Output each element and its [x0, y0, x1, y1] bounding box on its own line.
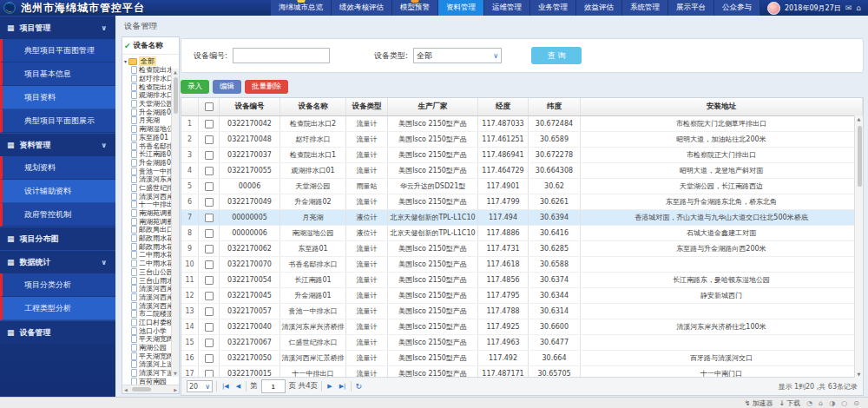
row-checkbox[interactable]: [205, 292, 214, 300]
tree-node[interactable]: 升金湖路02: [124, 108, 171, 116]
tree-node[interactable]: 二中雨水花园: [124, 260, 171, 268]
tree-vertical-scrollbar[interactable]: ▲ ▼: [171, 69, 179, 377]
scroll-up-icon[interactable]: ▲: [858, 115, 861, 122]
tree-node[interactable]: 邮政雨水花园: [124, 242, 171, 251]
user-avatar[interactable]: [767, 2, 780, 15]
tree-node[interactable]: 清溪河西岸W: [124, 293, 171, 302]
query-button[interactable]: 查 询: [531, 47, 582, 64]
column-header[interactable]: 纬度: [529, 98, 581, 115]
tree-node[interactable]: 长江南路01: [124, 150, 171, 159]
download-button[interactable]: ↓ 下载: [779, 398, 801, 408]
sidebar-item[interactable]: ▦ 项目管理 ∨: [0, 16, 115, 39]
last-page-button[interactable]: ▶|: [338, 383, 348, 390]
row-checkbox[interactable]: [205, 276, 214, 285]
home-icon[interactable]: ⌂: [856, 3, 861, 12]
column-header[interactable]: 设备名称: [280, 98, 346, 115]
table-scroll-thumb[interactable]: [858, 126, 862, 187]
tree-node[interactable]: 贵池一中排水: [124, 167, 171, 175]
row-checkbox[interactable]: [205, 323, 214, 332]
tree-node[interactable]: 邮政雨水花园: [124, 234, 171, 243]
tree-node[interactable]: 平天湖宽阔区: [124, 335, 171, 344]
device-type-select[interactable]: 全部 ∨: [413, 48, 502, 63]
batch-delete-button[interactable]: 批量删除: [245, 80, 288, 94]
select-all-checkbox[interactable]: [205, 102, 214, 111]
column-header[interactable]: 生产厂家: [388, 98, 478, 115]
top-nav-item[interactable]: 模型预警: [392, 0, 438, 16]
sidebar-item[interactable]: ▦ 工程类型分析 ∨: [0, 297, 115, 320]
statusbar-icon[interactable]: ◔: [806, 399, 812, 407]
scroll-down-icon[interactable]: ▼: [858, 371, 861, 378]
column-header[interactable]: 设备编号: [220, 98, 280, 115]
scroll-right-icon[interactable]: ▶: [174, 386, 177, 393]
table-row[interactable]: 13 0322170057 贵池一中排水口 流量计 美国Isco 2150型产品…: [181, 304, 863, 319]
tree-root-node[interactable]: ▾ 全部: [124, 56, 171, 66]
row-checkbox[interactable]: [205, 354, 214, 363]
scroll-down-icon[interactable]: ▼: [174, 370, 177, 377]
table-row[interactable]: 12 0322170045 升金湖路01 流量计 美国Isco 2150型产品 …: [181, 288, 863, 304]
row-checkbox[interactable]: [205, 182, 214, 191]
tree-node[interactable]: 仁盛世纪排水: [124, 184, 171, 193]
tree-horizontal-scrollbar[interactable]: ◀ ▶: [122, 385, 179, 393]
tree-node[interactable]: 百荷南园: [124, 377, 171, 385]
tree-node[interactable]: 南湖公园: [124, 344, 171, 352]
top-nav-item[interactable]: 公众参与: [714, 0, 760, 16]
prev-page-button[interactable]: ◀: [234, 383, 242, 390]
tree-node[interactable]: 十一中排出口: [124, 201, 171, 209]
tree-node[interactable]: 二中雨水花园: [124, 251, 171, 260]
tree-node[interactable]: 市二院楼顶: [124, 310, 171, 319]
top-nav-item[interactable]: 系统管理: [622, 0, 668, 16]
statusbar-icon[interactable]: ◑: [829, 399, 835, 407]
tree-node[interactable]: 南湖苑调蓄池: [124, 217, 171, 226]
top-nav-item[interactable]: 业务管理: [530, 0, 576, 16]
row-checkbox[interactable]: [205, 214, 214, 222]
sidebar-item[interactable]: ▦ 资料管理 ∨: [0, 133, 115, 156]
table-row[interactable]: 10 0322170070 书香名邸排水口 流量计 美国Isco 2150型产品…: [181, 257, 863, 273]
tree-node[interactable]: 书香名邸排水: [124, 141, 171, 150]
tree-twisty-icon[interactable]: ▾: [124, 58, 127, 64]
table-row[interactable]: 7 00000005 月亮湖 液位计 北京天健创新的TPL-L1C10 117.…: [181, 210, 863, 226]
table-row[interactable]: 2 0322170048 赵圩排水口 流量计 美国Isco 2150型产品 11…: [181, 132, 863, 148]
top-nav-item[interactable]: 效益评估: [576, 0, 622, 16]
next-page-button[interactable]: ▶: [326, 383, 333, 390]
row-checkbox[interactable]: [205, 151, 214, 160]
tree-node[interactable]: 三台山公园雨: [124, 268, 171, 277]
table-row[interactable]: 5 00006 天堂湖公园 雨量站 华云升达的DSD21型 117.4901 3…: [181, 179, 863, 194]
sidebar-item[interactable]: ▦ 项目分布图 ∨: [0, 227, 115, 250]
device-no-input[interactable]: [233, 48, 330, 63]
edit-button[interactable]: 编辑: [213, 80, 241, 94]
tree-node[interactable]: 天堂湖公园: [124, 100, 171, 109]
row-checkbox[interactable]: [205, 120, 214, 128]
tree-node[interactable]: 清溪河东岸兴: [124, 175, 171, 184]
sidebar-item[interactable]: ▦ 设计辅助资料 ∨: [0, 180, 115, 203]
page-size-select[interactable]: 20 ∨: [187, 380, 213, 392]
table-row[interactable]: 16 0322170050 清溪河西岸汇景桥排 流量计 美国Isco 2150型…: [181, 351, 863, 366]
tree-node[interactable]: 赵圩排水口: [124, 75, 171, 83]
tree-hscroll-thumb[interactable]: [132, 387, 151, 392]
table-row[interactable]: 4 0322170055 观湖排水口01 流量计 美国Isco 2150型产品 …: [181, 163, 863, 179]
tree-node[interactable]: 南湖湿地公园: [124, 125, 171, 134]
tree-node[interactable]: 清溪河上游: [124, 360, 171, 369]
tree-node[interactable]: 清溪河西岸汇: [124, 192, 171, 201]
sidebar-item[interactable]: ▦ 政府管控机制 ∨: [0, 203, 115, 227]
row-checkbox[interactable]: [205, 167, 214, 175]
accelerator-button[interactable]: ↯ 加速器: [745, 398, 773, 408]
tree-node[interactable]: 东至路01: [124, 134, 171, 142]
statusbar-icon[interactable]: ⊙: [853, 399, 859, 407]
sidebar-item[interactable]: ▦ 数据统计 ∨: [0, 250, 115, 273]
refresh-icon[interactable]: ↻: [355, 382, 362, 391]
table-row[interactable]: 17 0322170015 十一中排出口 流量计 美国Isco 2150型产品 …: [181, 366, 863, 377]
sidebar-item[interactable]: ▦ 设备管理 ∨: [0, 320, 115, 344]
tree-root-label[interactable]: 全部: [139, 56, 156, 66]
tree-node[interactable]: 检查院出水口: [124, 66, 171, 75]
table-row[interactable]: 6 0322170049 升金湖路02 流量计 美国Isco 2150型产品 1…: [181, 194, 863, 210]
tree-node[interactable]: 清溪河西岸W: [124, 301, 171, 310]
tree-node[interactable]: 观湖排水口0: [124, 91, 171, 100]
scroll-left-icon[interactable]: ◀: [124, 386, 128, 393]
top-nav-item[interactable]: 资料管理: [438, 0, 484, 16]
sidebar-item[interactable]: ▦ 规划资料 ∨: [0, 156, 115, 180]
top-nav-item[interactable]: 展示平台: [668, 0, 714, 16]
add-button[interactable]: 录入: [181, 80, 209, 94]
tree-node[interactable]: 邮政局出口0: [124, 226, 171, 234]
sidebar-item[interactable]: ▦ 项目分类分析 ∨: [0, 273, 115, 297]
tree-node[interactable]: 清溪河下游: [124, 369, 171, 378]
